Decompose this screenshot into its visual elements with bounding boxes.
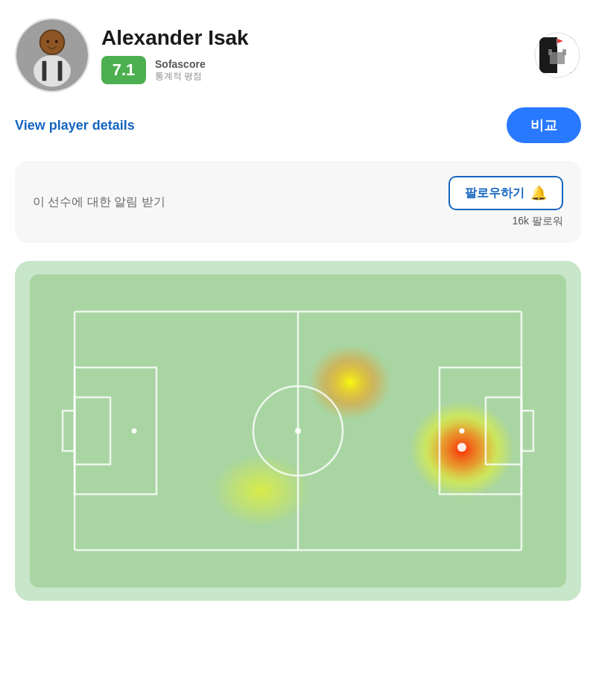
svg-point-19	[309, 345, 391, 420]
svg-point-33	[459, 428, 464, 433]
player-details: Alexander Isak 7.1 Sofascore 통계적 평점	[101, 26, 249, 84]
player-info-left: Alexander Isak 7.1 Sofascore 통계적 평점	[15, 18, 249, 92]
player-name: Alexander Isak	[101, 26, 249, 50]
field-wrapper	[28, 274, 568, 587]
view-player-details-link[interactable]: View player details	[15, 118, 135, 133]
svg-point-21	[212, 455, 309, 526]
compare-button[interactable]: 비교	[507, 107, 581, 143]
club-logo	[533, 31, 581, 79]
svg-point-5	[55, 40, 58, 43]
follow-column: 팔로우하기 🔔 16k 팔로워	[448, 176, 563, 228]
follow-label: 팔로우하기	[465, 186, 524, 201]
svg-point-3	[41, 31, 64, 54]
followers-count: 16k 팔로워	[513, 215, 563, 228]
heatmap-container: ➜	[15, 261, 581, 601]
score-label-sub: 통계적 평점	[155, 70, 206, 83]
svg-point-29	[132, 428, 137, 433]
player-header: Alexander Isak 7.1 Sofascore 통계적 평점	[15, 18, 581, 92]
svg-rect-15	[562, 49, 566, 55]
score-label: Sofascore 통계적 평점	[155, 58, 206, 83]
follow-button[interactable]: 팔로우하기 🔔	[448, 176, 563, 210]
svg-rect-6	[42, 61, 47, 81]
score-row: 7.1 Sofascore 통계적 평점	[101, 56, 249, 84]
svg-point-2	[34, 55, 71, 86]
player-avatar	[15, 18, 89, 92]
notification-section: 이 선수에 대한 알림 받기 팔로우하기 🔔 16k 팔로워	[15, 161, 581, 243]
svg-point-34	[457, 443, 466, 452]
notification-text: 이 선수에 대한 알림 받기	[33, 195, 165, 210]
score-badge: 7.1	[101, 56, 146, 84]
svg-rect-7	[58, 61, 63, 81]
bell-icon: 🔔	[530, 185, 547, 201]
page-container: Alexander Isak 7.1 Sofascore 통계적 평점	[0, 0, 596, 700]
svg-point-4	[46, 40, 49, 43]
heatmap-field	[28, 274, 568, 587]
score-label-title: Sofascore	[155, 58, 206, 70]
view-details-row: View player details 비교	[15, 107, 581, 143]
svg-rect-14	[548, 49, 552, 55]
